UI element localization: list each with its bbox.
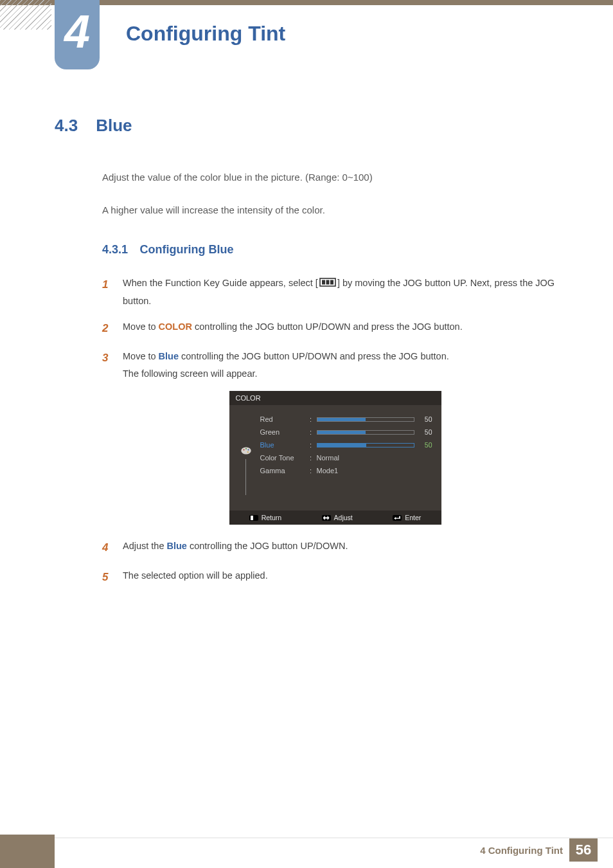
page-footer: 4 Configuring Tint 56 (0, 837, 613, 868)
osd-footer-adjust: Adjust (322, 514, 353, 521)
osd-rows: Red : 50 Green : 50 Blue : (260, 415, 432, 495)
osd-row-gamma: Gamma : Mode1 (260, 467, 432, 475)
keyword-blue: Blue (159, 351, 179, 361)
osd-label: Red (260, 415, 305, 423)
intro-line-1: Adjust the value of the color blue in th… (102, 170, 568, 185)
osd-value: 50 (418, 428, 432, 436)
keyword-blue: Blue (167, 541, 187, 551)
footer-left-band (0, 835, 55, 868)
osd-value: Normal (317, 454, 339, 462)
corner-hatch-decoration (0, 0, 51, 30)
osd-label: Gamma (260, 467, 305, 475)
chapter-number-badge: 4 (55, 0, 100, 69)
osd-row-red: Red : 50 (260, 415, 432, 423)
subsection-number: 4.3.1 (102, 243, 128, 256)
osd-value: 50 (418, 441, 432, 449)
chapter-number: 4 (64, 8, 90, 55)
osd-label: Color Tone (260, 454, 305, 462)
footer-chapter-label: 4 Configuring Tint (480, 845, 563, 856)
step-5: 5 The selected option will be applied. (102, 567, 568, 587)
return-icon (249, 515, 258, 521)
osd-footer-enter: Enter (393, 514, 421, 521)
enter-icon (393, 515, 402, 521)
menu-icon (319, 275, 336, 293)
osd-slider (317, 443, 414, 448)
section-number: 4.3 (55, 116, 78, 136)
osd-footer: Return Adjust Enter (229, 511, 441, 525)
step-number: 5 (102, 567, 111, 587)
steps-list-continued: 4 Adjust the Blue controlling the JOG bu… (102, 538, 568, 587)
svg-point-8 (247, 451, 248, 453)
subsection-heading: 4.3.1 Configuring Blue (102, 243, 568, 257)
step-number: 1 (102, 275, 111, 294)
keyword-color: COLOR (159, 321, 192, 332)
step-text: The selected option will be applied. (123, 567, 268, 584)
step-number: 4 (102, 538, 111, 557)
osd-palette-icon (238, 446, 254, 495)
osd-value: 50 (418, 415, 432, 423)
step-3: 3 Move to Blue controlling the JOG butto… (102, 348, 568, 383)
osd-label: Green (260, 428, 305, 436)
step-text: Move to COLOR controlling the JOG button… (123, 318, 463, 336)
intro-line-2: A higher value will increase the intensi… (102, 203, 568, 218)
svg-point-5 (243, 449, 244, 451)
step-text: Move to Blue controlling the JOG button … (123, 348, 449, 383)
osd-row-blue: Blue : 50 (260, 441, 432, 449)
section-title: Blue (96, 116, 132, 136)
osd-label: Blue (260, 441, 305, 449)
step-2: 2 Move to COLOR controlling the JOG butt… (102, 318, 568, 338)
osd-footer-return: Return (249, 514, 282, 521)
osd-slider (317, 430, 414, 435)
step-4: 4 Adjust the Blue controlling the JOG bu… (102, 538, 568, 557)
osd-title: COLOR (229, 391, 441, 405)
osd-row-color-tone: Color Tone : Normal (260, 454, 432, 462)
step-1: 1 When the Function Key Guide appears, s… (102, 275, 568, 309)
osd-slider (317, 417, 414, 422)
step-number: 3 (102, 348, 111, 368)
page-number: 56 (569, 838, 598, 862)
step-text: Adjust the Blue controlling the JOG butt… (123, 538, 348, 555)
chapter-title: Configuring Tint (126, 22, 285, 46)
svg-rect-3 (330, 280, 333, 284)
adjust-icon (322, 515, 331, 521)
footer-right: 4 Configuring Tint 56 (480, 838, 598, 862)
svg-rect-1 (322, 280, 325, 284)
section-heading: 4.3 Blue (55, 116, 568, 136)
svg-point-6 (245, 448, 246, 449)
osd-panel: COLOR Red : 50 Green : (229, 391, 441, 525)
svg-point-7 (247, 449, 249, 451)
osd-divider-line (245, 459, 246, 495)
osd-body: Red : 50 Green : 50 Blue : (229, 405, 441, 511)
step-number: 2 (102, 318, 111, 338)
osd-row-green: Green : 50 (260, 428, 432, 436)
osd-value: Mode1 (317, 467, 339, 475)
subsection-title: Configuring Blue (140, 243, 234, 256)
svg-rect-2 (326, 280, 329, 284)
osd-screenshot: COLOR Red : 50 Green : (102, 391, 568, 525)
page-content: 4.3 Blue Adjust the value of the color b… (55, 116, 568, 596)
steps-list: 1 When the Function Key Guide appears, s… (102, 275, 568, 382)
step-text: When the Function Key Guide appears, sel… (123, 275, 568, 309)
